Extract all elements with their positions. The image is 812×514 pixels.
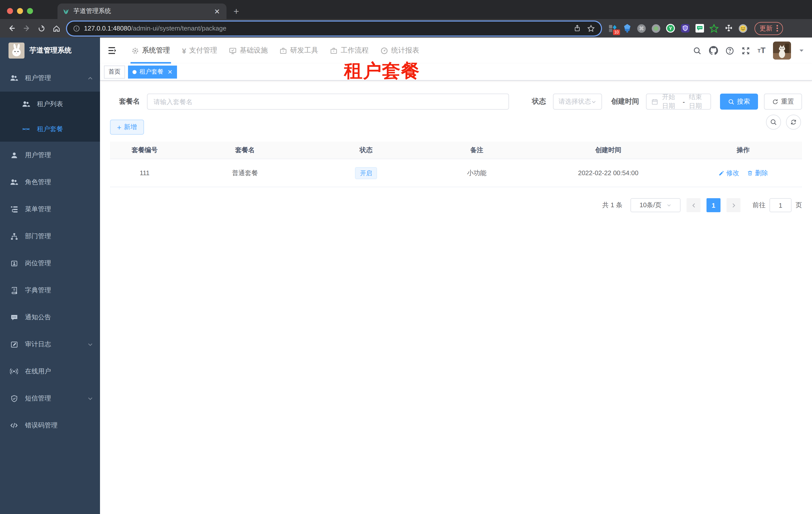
- delete-link[interactable]: 删除: [747, 168, 768, 178]
- sidebar-item-notice[interactable]: 通知公告: [0, 304, 100, 331]
- prev-page-icon[interactable]: [687, 198, 700, 212]
- browser-tab[interactable]: 芋道管理系统 ✕: [58, 3, 227, 19]
- url-path: /admin-ui/system/tenant/package: [131, 25, 227, 32]
- extension-icon-5[interactable]: Y: [666, 24, 675, 33]
- top-menu-report[interactable]: 统计报表: [375, 37, 425, 63]
- roles-icon: [10, 178, 18, 186]
- col-header: 套餐编号: [110, 146, 179, 155]
- package-name-input[interactable]: [147, 93, 509, 110]
- sidebar-item-label: 审计日志: [25, 340, 51, 349]
- share-icon[interactable]: [574, 25, 581, 32]
- date-range-picker[interactable]: 开始日期 - 结束日期: [646, 93, 711, 110]
- sidebar: 芋道管理系统 租户管理 租户列表: [0, 37, 100, 514]
- browser-menu-icon[interactable]: [777, 25, 778, 31]
- extension-icon-1[interactable]: 10: [608, 24, 617, 33]
- user-avatar[interactable]: [773, 42, 791, 59]
- sidebar-nav: 租户管理 租户列表 租户套餐: [0, 63, 100, 439]
- search-button[interactable]: 搜索: [720, 93, 758, 110]
- page-size-select[interactable]: 10条/页: [631, 198, 680, 212]
- chevron-down-icon: [87, 396, 93, 401]
- search-button-label: 搜索: [737, 97, 750, 106]
- back-icon[interactable]: [5, 22, 18, 35]
- extension-icon-8[interactable]: [709, 24, 719, 33]
- sidebar-item-error-code[interactable]: 错误码管理: [0, 412, 100, 439]
- top-menu-devtools[interactable]: 研发工具: [274, 37, 324, 63]
- top-menu-label: 基础设施: [240, 46, 268, 55]
- delete-link-label: 删除: [755, 168, 768, 178]
- sidebar-item-sms[interactable]: 短信管理: [0, 385, 100, 412]
- tag-close-icon[interactable]: ✕: [167, 68, 173, 75]
- browser-update-button[interactable]: 更新: [754, 22, 783, 35]
- date-filter-label: 创建时间: [611, 97, 639, 106]
- font-size-icon[interactable]: TT: [757, 46, 765, 55]
- window-minimize-button[interactable]: [17, 8, 23, 14]
- top-menu: 系统管理 ¥ 支付管理 基础设施: [125, 37, 425, 63]
- fullscreen-icon[interactable]: [742, 46, 750, 55]
- extension-icon-3[interactable]: ⌘: [637, 24, 646, 33]
- svg-text:Y: Y: [669, 26, 672, 31]
- goto-page-input[interactable]: [770, 198, 791, 212]
- next-page-icon[interactable]: [726, 198, 741, 212]
- end-date-placeholder: 结束日期: [689, 92, 705, 111]
- goto-label: 前往: [753, 201, 765, 210]
- home-icon[interactable]: [50, 22, 63, 35]
- forward-icon[interactable]: [20, 22, 33, 35]
- table-search-toggle-icon[interactable]: [766, 115, 781, 130]
- edit-link[interactable]: 修改: [718, 168, 739, 178]
- window-zoom-button[interactable]: [27, 8, 33, 14]
- top-menu-infra[interactable]: 基础设施: [223, 37, 274, 63]
- top-menu-payment[interactable]: ¥ 支付管理: [176, 37, 223, 63]
- status-select[interactable]: 请选择状态: [553, 93, 602, 110]
- add-button[interactable]: + 新增: [110, 119, 144, 135]
- shield-check-icon: [10, 395, 18, 402]
- sidebar-item-audit-log[interactable]: 审计日志: [0, 331, 100, 358]
- page-number-current[interactable]: 1: [706, 198, 721, 212]
- github-icon[interactable]: [709, 46, 718, 55]
- extension-icon-2[interactable]: [622, 24, 632, 33]
- screen: 芋道管理系统 ✕ + 127.0.0.1:48080/admin-ui/syst…: [0, 0, 812, 514]
- extension-icon-10[interactable]: [738, 24, 748, 33]
- tag-home[interactable]: 首页: [104, 65, 125, 78]
- sidebar-item-label: 租户套餐: [37, 125, 63, 134]
- site-info-icon[interactable]: [73, 25, 80, 32]
- top-menu-label: 研发工具: [290, 46, 318, 55]
- sidebar-item-tenant-list[interactable]: 租户列表: [0, 91, 100, 117]
- extensions-puzzle-icon[interactable]: [724, 24, 733, 33]
- sidebar-item-dept[interactable]: 部门管理: [0, 223, 100, 250]
- sidebar-item-label: 字典管理: [25, 286, 51, 295]
- sidebar-item-label: 部门管理: [25, 232, 51, 241]
- address-bar[interactable]: 127.0.0.1:48080/admin-ui/system/tenant/p…: [67, 21, 601, 35]
- status-badge: 开启: [355, 167, 377, 179]
- table-refresh-icon[interactable]: [786, 115, 801, 130]
- top-menu-system[interactable]: 系统管理: [125, 37, 176, 63]
- extension-icon-6[interactable]: [680, 24, 690, 33]
- window-close-button[interactable]: [7, 8, 13, 14]
- help-icon[interactable]: [725, 46, 734, 55]
- sidebar-item-online-user[interactable]: 在线用户: [0, 358, 100, 385]
- tab-close-icon[interactable]: ✕: [213, 8, 222, 15]
- code-icon: [10, 422, 18, 429]
- sidebar-item-dict[interactable]: 字典管理: [0, 277, 100, 304]
- sidebar-item-tenant-package[interactable]: 租户套餐: [0, 117, 100, 142]
- sidebar-item-menu[interactable]: 菜单管理: [0, 196, 100, 223]
- col-header: 备注: [422, 146, 532, 155]
- tag-tenant-package[interactable]: 租户套餐 ✕: [128, 65, 177, 78]
- extension-icon-7[interactable]: [695, 24, 704, 33]
- sidebar-item-tenant[interactable]: 租户管理: [0, 64, 100, 91]
- sidebar-item-post[interactable]: 岗位管理: [0, 250, 100, 277]
- top-menu-label: 工作流程: [341, 46, 369, 55]
- new-tab-button[interactable]: +: [233, 6, 239, 16]
- sidebar-item-user[interactable]: 用户管理: [0, 142, 100, 169]
- reload-icon[interactable]: [35, 22, 48, 35]
- bookmark-star-icon[interactable]: [587, 24, 595, 32]
- sidebar-item-role[interactable]: 角色管理: [0, 169, 100, 196]
- extension-icon-4[interactable]: [651, 24, 661, 33]
- top-menu-workflow[interactable]: 工作流程: [324, 37, 375, 63]
- select-caret-icon: [667, 203, 671, 208]
- reset-button[interactable]: 重置: [764, 93, 802, 110]
- avatar-caret-icon[interactable]: [799, 48, 805, 54]
- search-icon[interactable]: [693, 46, 701, 55]
- app-title: 芋道管理系统: [29, 46, 71, 55]
- cell-created-at: 2022-02-22 00:54:00: [532, 169, 684, 177]
- sidebar-collapse-icon[interactable]: [108, 45, 118, 56]
